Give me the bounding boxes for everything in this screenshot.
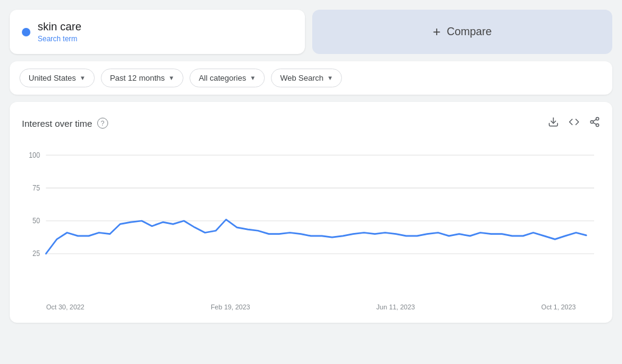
svg-text:100: 100 <box>29 152 40 160</box>
chart-title: Interest over time <box>22 118 92 129</box>
location-chevron-icon: ▼ <box>80 75 86 81</box>
share-icon[interactable] <box>589 116 600 130</box>
download-icon[interactable] <box>548 116 559 130</box>
term-color-dot <box>22 28 30 36</box>
svg-line-5 <box>593 120 596 121</box>
search-term-card: skin care Search term <box>10 10 305 54</box>
svg-text:75: 75 <box>33 184 40 192</box>
time-chevron-icon: ▼ <box>168 75 174 81</box>
chart-header: Interest over time ? <box>22 116 600 130</box>
search-type-chevron-icon: ▼ <box>327 75 333 81</box>
svg-text:25: 25 <box>33 250 40 258</box>
x-label-4: Oct 1, 2023 <box>541 303 576 311</box>
compare-card[interactable]: + Compare <box>312 10 612 54</box>
x-label-3: Jun 11, 2023 <box>377 303 415 311</box>
svg-line-4 <box>593 123 596 124</box>
chart-svg: 100 75 50 25 <box>22 142 600 300</box>
svg-text:50: 50 <box>33 217 40 225</box>
chart-title-row: Interest over time ? <box>22 118 108 129</box>
time-filter[interactable]: Past 12 months ▼ <box>101 69 183 87</box>
location-filter[interactable]: United States ▼ <box>19 69 95 87</box>
compare-plus-icon: + <box>433 24 441 40</box>
chart-area: 100 75 50 25 <box>22 142 600 300</box>
filters-row: United States ▼ Past 12 months ▼ All cat… <box>10 61 612 95</box>
chart-card: Interest over time ? <box>10 102 612 323</box>
category-filter[interactable]: All categories ▼ <box>190 69 265 87</box>
chart-actions <box>548 116 600 130</box>
time-label: Past 12 months <box>110 73 165 83</box>
help-icon[interactable]: ? <box>97 118 108 129</box>
category-label: All categories <box>199 73 246 83</box>
location-label: United States <box>29 73 76 83</box>
compare-label: Compare <box>446 25 491 38</box>
x-axis-labels: Oct 30, 2022 Feb 19, 2023 Jun 11, 2023 O… <box>22 300 600 311</box>
term-type: Search term <box>38 35 81 43</box>
x-label-1: Oct 30, 2022 <box>46 303 84 311</box>
embed-icon[interactable] <box>569 116 579 130</box>
category-chevron-icon: ▼ <box>250 75 256 81</box>
search-type-filter[interactable]: Web Search ▼ <box>271 69 342 87</box>
search-term-text: skin care Search term <box>38 21 81 43</box>
term-name: skin care <box>38 21 81 33</box>
search-type-label: Web Search <box>280 73 323 83</box>
x-label-2: Feb 19, 2023 <box>211 303 250 311</box>
